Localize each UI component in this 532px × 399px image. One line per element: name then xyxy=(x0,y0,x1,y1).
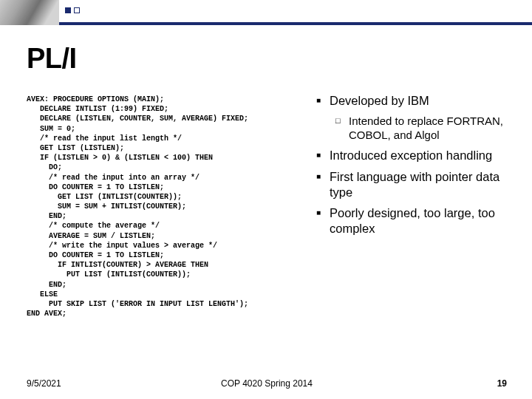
header-photo-thumbnail xyxy=(0,0,59,25)
header-square-outline-icon xyxy=(74,7,80,13)
square-bullet-icon: ■ xyxy=(316,93,330,109)
footer-course: COP 4020 Spring 2014 xyxy=(27,378,507,389)
code-sample: AVEX: PROCEDURE OPTIONS (MAIN); DECLARE … xyxy=(27,95,313,318)
hollow-square-bullet-icon: □ xyxy=(335,114,349,142)
bullet-text: Poorly designed, too large, too complex xyxy=(330,205,520,236)
bullet-text: First language with pointer data type xyxy=(330,169,520,200)
bullet-text: Introduced exception handling xyxy=(330,148,520,163)
square-bullet-icon: ■ xyxy=(316,148,330,163)
slide-header-band xyxy=(0,0,532,27)
bullet-item: ■ Poorly designed, too large, too comple… xyxy=(316,205,520,236)
bullet-item: ■ Introduced exception handling xyxy=(316,148,520,163)
bullet-item: ■ Developed by IBM xyxy=(316,93,520,109)
square-bullet-icon: ■ xyxy=(316,169,330,200)
bullet-item: ■ First language with pointer data type xyxy=(316,169,520,200)
slide-title: PL/I xyxy=(27,43,77,75)
footer-page-number: 19 xyxy=(497,378,507,389)
square-bullet-icon: ■ xyxy=(316,205,330,236)
header-square-filled-icon xyxy=(65,7,71,13)
sub-bullet-item: □ Intended to replace FORTRAN, COBOL, an… xyxy=(335,114,520,142)
header-divider-line xyxy=(59,22,532,25)
sub-bullet-text: Intended to replace FORTRAN, COBOL, and … xyxy=(349,114,520,142)
bullet-list: ■ Developed by IBM □ Intended to replace… xyxy=(316,93,520,242)
bullet-text: Developed by IBM xyxy=(330,93,520,109)
